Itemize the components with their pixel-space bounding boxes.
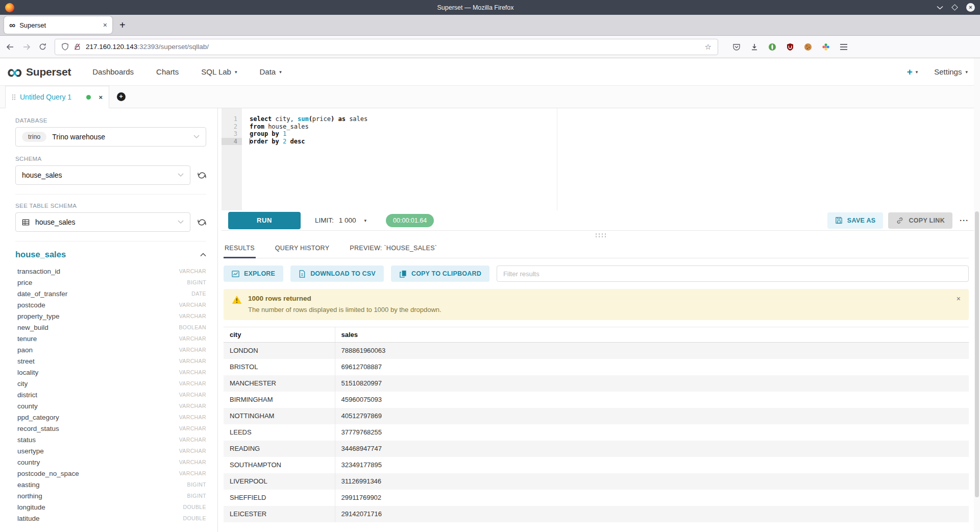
editor-code[interactable]: select city, sum(price) as salesfrom hou… xyxy=(242,108,980,210)
column-name: country xyxy=(17,458,40,466)
privacy-badger-icon[interactable] xyxy=(768,43,776,51)
refresh-table-icon[interactable] xyxy=(198,218,206,227)
page-scrollbar[interactable] xyxy=(974,58,980,532)
schema-select[interactable]: house_sales xyxy=(15,165,190,185)
column-name: street xyxy=(17,357,35,365)
url-bar[interactable]: 217.160.120.143:32393/superset/sqllab/ ☆ xyxy=(55,39,718,55)
database-label: DATABASE xyxy=(15,117,206,124)
column-item[interactable]: ppd_categoryVARCHAR xyxy=(15,412,206,423)
columns-list: transaction_idVARCHARpriceBIGINTdate_of_… xyxy=(15,265,206,524)
tab-close-icon[interactable]: × xyxy=(103,21,107,29)
column-item[interactable]: eastingBIGINT xyxy=(15,479,206,490)
column-item[interactable]: cityVARCHAR xyxy=(15,378,206,389)
results-column-header[interactable]: sales xyxy=(335,327,969,343)
table-select[interactable]: house_sales xyxy=(15,212,190,232)
filter-results-input[interactable] xyxy=(497,265,969,282)
menu-icon[interactable] xyxy=(840,43,848,51)
nav-item-sql-lab[interactable]: SQL Lab▾ xyxy=(201,67,237,76)
ublock-icon[interactable] xyxy=(786,43,794,51)
query-tab-active[interactable]: Untitled Query 1 × xyxy=(5,86,109,108)
refresh-schema-icon[interactable] xyxy=(198,171,206,180)
column-item[interactable]: usertypeVARCHAR xyxy=(15,445,206,456)
scrollbar-thumb[interactable] xyxy=(975,211,979,497)
database-type-badge: trino xyxy=(22,132,46,142)
column-item[interactable]: longitudeDOUBLE xyxy=(15,501,206,513)
column-item[interactable]: priceBIGINT xyxy=(15,277,206,288)
column-item[interactable]: statusVARCHAR xyxy=(15,434,206,445)
column-item[interactable]: paonVARCHAR xyxy=(15,344,206,355)
column-item[interactable]: countryVARCHAR xyxy=(15,456,206,468)
settings-menu[interactable]: Settings ▾ xyxy=(934,67,968,76)
back-icon[interactable] xyxy=(6,43,14,51)
url-text[interactable]: 217.160.120.143:32393/superset/sqllab/ xyxy=(86,43,209,51)
column-item[interactable]: record_statusVARCHAR xyxy=(15,423,206,434)
limit-dropdown[interactable]: LIMIT: 1 000 ▾ xyxy=(315,216,366,224)
column-name: postcode xyxy=(17,301,45,309)
column-item[interactable]: streetVARCHAR xyxy=(15,355,206,367)
column-item[interactable]: new_buildBOOLEAN xyxy=(15,322,206,333)
nav-item-data[interactable]: Data▾ xyxy=(259,67,281,76)
results-tab-query-history[interactable]: QUERY HISTORY xyxy=(274,239,330,258)
extension-icon[interactable] xyxy=(822,43,830,51)
nav-item-dashboards[interactable]: Dashboards xyxy=(92,67,134,76)
schema-label: SCHEMA xyxy=(15,156,206,162)
window-minimize-icon[interactable] xyxy=(937,6,943,10)
column-type: VARCHAR xyxy=(179,347,206,353)
query-timer-badge: 00:00:01.64 xyxy=(386,214,434,227)
query-tab-close-icon[interactable]: × xyxy=(99,93,103,101)
query-tab-label: Untitled Query 1 xyxy=(20,93,82,101)
table-name-heading[interactable]: house_sales xyxy=(15,250,66,259)
schema-value: house_sales xyxy=(22,171,62,179)
column-item[interactable]: localityVARCHAR xyxy=(15,367,206,378)
alert-close-icon[interactable]: × xyxy=(957,295,961,303)
collapse-table-icon[interactable] xyxy=(200,253,206,257)
column-item[interactable]: tenureVARCHAR xyxy=(15,333,206,344)
column-item[interactable]: northingBIGINT xyxy=(15,490,206,501)
bookmark-star-icon[interactable]: ☆ xyxy=(705,42,712,52)
column-item[interactable]: property_typeVARCHAR xyxy=(15,310,206,322)
results-table: citysales LONDON788861960063BRISTOL69612… xyxy=(224,327,969,522)
pocket-icon[interactable] xyxy=(732,43,741,51)
browser-tab[interactable]: ∞ Superset × xyxy=(4,16,112,34)
table-cell: LONDON xyxy=(224,343,335,359)
results-column-header[interactable]: city xyxy=(224,327,335,343)
panel-resizer[interactable] xyxy=(222,231,980,239)
download-to-csv-button[interactable]: DOWNLOAD TO CSV xyxy=(290,265,384,282)
add-query-tab-button[interactable]: + xyxy=(109,86,133,108)
column-item[interactable]: latitudeDOUBLE xyxy=(15,513,206,524)
forward-icon[interactable] xyxy=(22,43,31,51)
download-icon[interactable] xyxy=(750,43,758,51)
shield-icon[interactable] xyxy=(61,43,69,51)
window-maximize-icon[interactable] xyxy=(952,5,957,10)
window-close-icon[interactable]: × xyxy=(966,3,975,12)
cookie-icon[interactable] xyxy=(804,43,812,51)
column-item[interactable]: countyVARCHAR xyxy=(15,400,206,412)
column-item[interactable]: districtVARCHAR xyxy=(15,389,206,400)
superset-logo[interactable]: ∞ Superset xyxy=(7,63,71,81)
copy-link-button[interactable]: COPY LINK xyxy=(888,212,952,229)
new-tab-button[interactable]: + xyxy=(119,19,126,31)
save-as-button[interactable]: SAVE AS xyxy=(827,212,884,229)
database-select[interactable]: trino Trino warehouse xyxy=(15,127,206,147)
nav-item-charts[interactable]: Charts xyxy=(156,67,179,76)
results-tab-results[interactable]: RESULTS xyxy=(224,239,256,258)
column-item[interactable]: date_of_transferDATE xyxy=(15,288,206,299)
lock-insecure-icon[interactable] xyxy=(74,43,81,51)
superset-navbar: ∞ Superset DashboardsChartsSQL Lab▾Data▾… xyxy=(0,58,980,86)
column-item[interactable]: transaction_idVARCHAR xyxy=(15,265,206,277)
explore-button[interactable]: EXPLORE xyxy=(224,265,283,282)
reload-icon[interactable] xyxy=(39,43,46,51)
results-tab-preview[interactable]: PREVIEW: `HOUSE_SALES` xyxy=(349,239,438,258)
sql-editor[interactable]: 1234 select city, sum(price) as salesfro… xyxy=(222,108,980,210)
table-row: LEEDS37779768255 xyxy=(224,424,969,441)
drag-handle-icon[interactable] xyxy=(12,94,15,100)
run-button[interactable]: RUN xyxy=(228,212,301,229)
column-item[interactable]: postcodeVARCHAR xyxy=(15,299,206,310)
more-options-icon[interactable]: ··· xyxy=(960,216,969,225)
table-cell: 45960075093 xyxy=(335,392,969,408)
new-item-menu[interactable]: + ▾ xyxy=(907,67,918,77)
copy-to-clipboard-button[interactable]: COPY TO CLIPBOARD xyxy=(391,265,489,282)
column-item[interactable]: postcode_no_spaceVARCHAR xyxy=(15,468,206,479)
clipboard-icon xyxy=(399,270,407,278)
chevron-down-icon xyxy=(178,173,184,177)
